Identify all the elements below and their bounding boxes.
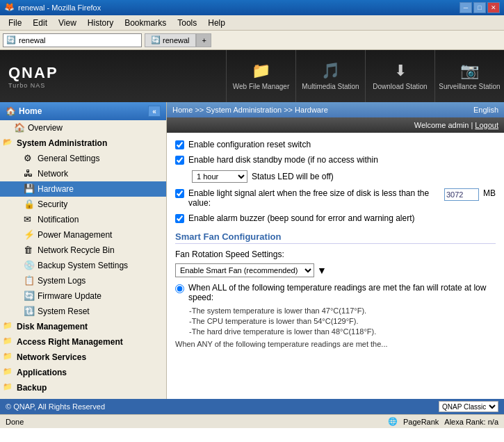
sidebar-item-network-recycle[interactable]: 🗑 Network Recycle Bin <box>0 243 166 258</box>
footer-right: QNAP Classic Default <box>439 401 498 412</box>
logout-link[interactable]: Logout <box>475 121 498 129</box>
system-reset-icon: 🔃 <box>24 306 35 317</box>
browser-icon: 🦊 <box>4 2 15 13</box>
sidebar-label-security: Security <box>38 199 67 209</box>
temp-item-system: -The system temperature is lower than 47… <box>189 306 496 315</box>
alexa-rank-text: Alexa Rank: n/a <box>444 418 498 426</box>
tab-favicon: 🔄 <box>151 35 161 44</box>
menu-edit[interactable]: Edit <box>27 17 53 29</box>
system-logs-icon: 📋 <box>24 275 35 286</box>
sidebar-group-netsvcs[interactable]: 📁 Network Services <box>0 350 166 365</box>
checkbox-row-reset: Enable configuration reset switch <box>175 140 496 149</box>
nav-label-surveillance: Surveillance Station <box>439 83 500 90</box>
sidebar-group-access[interactable]: 📁 Access Right Management <box>0 334 166 350</box>
titlebar: 🦊 renewal - Mozilla Firefox ─ □ ✕ <box>0 0 504 15</box>
new-tab-icon: + <box>202 36 206 44</box>
checkbox-hdd-standby[interactable] <box>175 156 184 165</box>
globe-icon: 🌐 <box>388 417 398 426</box>
status-text: Done <box>6 418 24 426</box>
sidebar-collapse-button[interactable]: « <box>148 106 161 117</box>
menu-file[interactable]: File <box>3 17 27 29</box>
theme-select[interactable]: QNAP Classic Default <box>439 401 498 412</box>
pagerank-label: PageRank <box>403 418 439 426</box>
welcome-text: Welcome admin | Logout <box>414 121 498 129</box>
window-controls: ─ □ ✕ <box>460 2 500 13</box>
new-tab-button[interactable]: + <box>196 33 211 47</box>
sidebar-item-hardware[interactable]: 💾 Hardware <box>0 181 166 197</box>
sidebar-group-disk[interactable]: 📁 Disk Management <box>0 319 166 334</box>
external-folder-icon: 📁 <box>3 398 14 399</box>
low-speed-condition-text: When ALL of the following temperature re… <box>188 283 496 302</box>
access-folder-icon: 📁 <box>3 336 14 347</box>
disk-size-input[interactable] <box>444 188 479 201</box>
standby-controls: 1 hour 30 minutes 2 hours 4 hours Status… <box>192 170 496 183</box>
language-selector[interactable]: English <box>473 106 498 114</box>
footer-bar: © QNAP, All Rights Reserved QNAP Classic… <box>0 399 504 414</box>
sidebar-item-network[interactable]: 🖧 Network <box>0 166 166 181</box>
menu-bookmarks[interactable]: Bookmarks <box>119 17 172 29</box>
sidebar-label-notification: Notification <box>38 215 79 224</box>
sidebar-item-backup-system[interactable]: 💿 Backup System Settings <box>0 258 166 273</box>
menubar: File Edit View History Bookmarks Tools H… <box>0 15 504 31</box>
copyright-text: © QNAP, All Rights Reserved <box>6 402 105 411</box>
notification-icon: ✉ <box>24 214 35 225</box>
low-speed-radio[interactable] <box>175 284 184 293</box>
netsvcs-folder-icon: 📁 <box>3 352 14 363</box>
sidebar-item-system-logs[interactable]: 📋 System Logs <box>0 273 166 288</box>
breadcrumb: Home >> System Administration >> Hardwar… <box>172 106 328 114</box>
maximize-button[interactable]: □ <box>473 2 486 13</box>
sidebar-item-notification[interactable]: ✉ Notification <box>0 212 166 227</box>
sidebar: 🏠 Home « 🏠 Overview 📂 System Administrat… <box>0 102 167 399</box>
firmware-icon: 🔄 <box>24 290 35 302</box>
checkbox-light-signal[interactable] <box>175 189 184 198</box>
qnap-logo-area: QNAP Turbo NAS <box>0 50 111 102</box>
general-settings-icon: ⚙ <box>24 153 35 164</box>
sidebar-item-overview[interactable]: 🏠 Overview <box>0 120 166 136</box>
menu-view[interactable]: View <box>53 17 82 29</box>
sidebar-item-power[interactable]: ⚡ Power Management <box>0 227 166 243</box>
menu-help[interactable]: Help <box>202 17 231 29</box>
sidebar-group-external[interactable]: 📁 External Device <box>0 395 166 399</box>
disk-unit-label: MB <box>483 188 496 198</box>
temp-item-cpu: -The CPU temperature is lower than 54°C(… <box>189 317 496 325</box>
sidebar-item-general-settings[interactable]: ⚙ General Settings <box>0 151 166 166</box>
sidebar-label-system-admin: System Administration <box>17 138 107 148</box>
menu-tools[interactable]: Tools <box>172 17 202 29</box>
nav-web-file-manager[interactable]: 📁 Web File Manager <box>226 50 295 102</box>
nav-surveillance-station[interactable]: 📷 Surveillance Station <box>434 50 504 102</box>
fan-mode-select[interactable]: Enable Smart Fan (recommended) Manual Di… <box>175 263 314 277</box>
active-tab[interactable]: 🔄 renewal <box>145 33 196 47</box>
standby-time-select[interactable]: 1 hour 30 minutes 2 hours 4 hours <box>192 170 247 183</box>
nav-multimedia-station[interactable]: 🎵 Multimedia Station <box>295 50 365 102</box>
checkbox-reset-switch[interactable] <box>175 140 184 149</box>
apps-folder-icon: 📁 <box>3 367 14 378</box>
sidebar-label-overview: Overview <box>28 123 63 133</box>
close-button[interactable]: ✕ <box>487 2 500 13</box>
window-title: renewal - Mozilla Firefox <box>18 3 460 12</box>
nav-label-webfile: Web File Manager <box>233 83 290 90</box>
label-light-signal: Enable light signal alert when the free … <box>188 188 440 208</box>
security-icon: 🔒 <box>24 199 35 210</box>
power-icon: ⚡ <box>24 229 35 240</box>
fan-speed-label-row: Fan Rotation Speed Settings: <box>175 249 496 259</box>
sidebar-item-firmware[interactable]: 🔄 Firmware Update <box>0 288 166 304</box>
minimize-button[interactable]: ─ <box>460 2 472 13</box>
sidebar-group-backup[interactable]: 📁 Backup <box>0 380 166 395</box>
checkbox-row-buzzer: Enable alarm buzzer (beep sound for erro… <box>175 213 496 223</box>
nav-download-station[interactable]: ⬇ Download Station <box>365 50 434 102</box>
qnap-nav: 📁 Web File Manager 🎵 Multimedia Station … <box>111 50 504 102</box>
fan-speed-label: Fan Rotation Speed Settings: <box>175 249 284 259</box>
sidebar-item-system-reset[interactable]: 🔃 System Reset <box>0 304 166 319</box>
address-text[interactable]: renewal <box>19 36 46 44</box>
label-hdd-standby: Enable hard disk standby mode (if no acc… <box>188 155 378 165</box>
label-reset-switch: Enable configuration reset switch <box>188 140 311 149</box>
sidebar-group-applications[interactable]: 📁 Applications <box>0 365 166 380</box>
sidebar-group-system-admin[interactable]: 📂 System Administration <box>0 136 166 151</box>
sidebar-item-security[interactable]: 🔒 Security <box>0 197 166 212</box>
menu-history[interactable]: History <box>82 17 119 29</box>
overview-icon: 🏠 <box>14 122 25 133</box>
web-file-manager-icon: 📁 <box>252 62 270 80</box>
checkbox-alarm-buzzer[interactable] <box>175 214 184 223</box>
backup-system-icon: 💿 <box>24 260 35 271</box>
sidebar-header-label: Home <box>19 106 42 116</box>
